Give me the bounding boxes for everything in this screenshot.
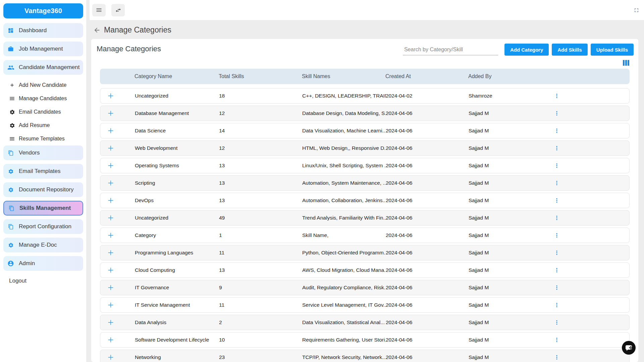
expand-cell	[100, 301, 135, 309]
expand-cell	[100, 127, 135, 134]
file-icon	[7, 224, 14, 230]
total-skills-cell: 11	[219, 250, 302, 256]
more-vert-icon[interactable]	[554, 197, 560, 203]
sidebar-item-add-resume[interactable]: Add Resume	[3, 119, 83, 132]
more-vert-icon[interactable]	[554, 93, 560, 99]
sidebar-item-candidate-management[interactable]: Candidate Management	[3, 60, 83, 75]
card-title: Manage Categories	[97, 45, 161, 53]
add-category-button[interactable]: Add Category	[504, 44, 549, 56]
sidebar-item-document-repository[interactable]: Document Repository	[3, 182, 83, 197]
added-by-cell: Sajjad M	[469, 128, 550, 134]
fullscreen-icon[interactable]	[633, 7, 640, 13]
created-at-cell: 2024-04-06	[386, 110, 469, 116]
sidebar-item-report-configuration[interactable]: Report Configuration	[3, 219, 83, 234]
sidebar-item-job-management[interactable]: Job Management	[3, 42, 83, 56]
sidebar-item-admin[interactable]: Admin	[3, 256, 83, 271]
more-vert-icon[interactable]	[554, 302, 560, 308]
search-input[interactable]	[403, 44, 498, 55]
actions-cell	[550, 145, 629, 151]
swap-horiz-icon[interactable]	[111, 4, 125, 16]
expand-plus-icon[interactable]	[107, 110, 114, 117]
more-vert-icon[interactable]	[554, 267, 560, 273]
sidebar-item-label: Resume Templates	[19, 136, 65, 142]
menu-icon[interactable]	[92, 4, 106, 16]
created-at-cell: 2024-04-06	[386, 337, 469, 343]
created-at-cell: 2024-04-06	[386, 180, 469, 186]
actions-cell	[550, 354, 629, 360]
columns-icon[interactable]	[623, 60, 629, 66]
created-at-cell: 2024-04-06	[386, 145, 469, 151]
expand-cell	[100, 284, 135, 291]
more-vert-icon[interactable]	[554, 337, 560, 343]
added-by-cell: Sajjad M	[469, 197, 550, 203]
more-vert-icon[interactable]	[554, 163, 560, 169]
created-at-cell: 2024-04-06	[386, 319, 469, 325]
actions-cell	[550, 250, 629, 256]
added-by-cell: Sajjad M	[469, 250, 550, 256]
sidebar-item-manage-e-doc[interactable]: Manage E-Doc	[3, 238, 83, 252]
add-skills-button[interactable]: Add Skills	[552, 44, 588, 56]
expand-plus-icon[interactable]	[107, 266, 114, 274]
gear-icon	[7, 169, 14, 174]
sidebar-item-resume-templates[interactable]: Resume Templates	[3, 132, 83, 145]
back-arrow-icon[interactable]	[93, 26, 101, 34]
expand-plus-icon[interactable]	[107, 127, 114, 134]
logout-link[interactable]: Logout	[9, 278, 86, 284]
expand-plus-icon[interactable]	[107, 214, 114, 222]
brand-logo[interactable]: Vantage360	[3, 3, 83, 18]
sidebar-item-email-candidates[interactable]: Email Candidates	[3, 105, 83, 119]
added-by-cell: Sajjad M	[469, 180, 550, 186]
actions-cell	[550, 163, 629, 169]
header-category-name: Category Name	[135, 73, 219, 79]
more-vert-icon[interactable]	[554, 180, 560, 186]
expand-plus-icon[interactable]	[107, 249, 114, 256]
expand-plus-icon[interactable]	[107, 354, 114, 361]
expand-plus-icon[interactable]	[107, 232, 114, 239]
expand-plus-icon[interactable]	[107, 144, 114, 152]
total-skills-cell: 14	[219, 128, 302, 134]
added-by-cell: Sajjad M	[469, 145, 550, 151]
expand-plus-icon[interactable]	[107, 301, 114, 309]
more-vert-icon[interactable]	[554, 110, 560, 116]
expand-plus-icon[interactable]	[107, 319, 114, 326]
expand-plus-icon[interactable]	[107, 336, 114, 344]
skill-names-cell: Automation, System Maintenance, ...	[302, 180, 386, 186]
created-at-cell: 2024-04-06	[386, 302, 469, 308]
added-by-cell: Sajjad M	[469, 163, 550, 169]
more-vert-icon[interactable]	[554, 232, 560, 238]
expand-plus-icon[interactable]	[107, 284, 114, 291]
expand-plus-icon[interactable]	[107, 179, 114, 187]
expand-plus-icon[interactable]	[107, 197, 114, 204]
sidebar-item-add-new-candidate[interactable]: Add New Candidate	[3, 78, 83, 92]
more-vert-icon[interactable]	[554, 354, 560, 360]
sidebar-item-dashboard[interactable]: Dashboard	[3, 23, 83, 38]
sidebar-item-email-templates[interactable]: Email Templates	[3, 164, 83, 179]
created-at-cell: 2024-04-06	[386, 215, 469, 221]
total-skills-cell: 12	[219, 110, 302, 116]
actions-cell	[550, 302, 629, 308]
upload-skills-button[interactable]: Upload Skills	[591, 44, 634, 56]
more-vert-icon[interactable]	[554, 128, 560, 134]
skill-names-cell: C++, DESIGN, LEADERSHIP, TRAINI...	[302, 93, 386, 99]
more-vert-icon[interactable]	[554, 319, 560, 325]
sidebar-item-vendors[interactable]: Vendors	[3, 145, 83, 160]
expand-plus-icon[interactable]	[107, 92, 114, 100]
more-vert-icon[interactable]	[554, 285, 560, 291]
sidebar-item-skills-management[interactable]: Skills Management	[3, 201, 83, 216]
expand-plus-icon[interactable]	[107, 162, 114, 169]
expand-cell	[100, 197, 135, 204]
chat-assistant-button[interactable]	[622, 341, 636, 355]
table-row: Cloud Computing13AWS, Cloud Migration, C…	[100, 262, 630, 278]
added-by-cell: Sajjad M	[469, 267, 550, 273]
category-name-cell: Uncategorized	[135, 215, 219, 221]
created-at-cell: 2024-04-06	[386, 197, 469, 203]
file-icon	[8, 205, 15, 212]
more-vert-icon[interactable]	[554, 215, 560, 221]
skill-names-cell: HTML, Web Design,, Responsive D...	[302, 145, 386, 151]
more-vert-icon[interactable]	[554, 145, 560, 151]
skill-names-cell: Skill Name,	[302, 232, 386, 238]
sidebar-item-manage-candidates[interactable]: Manage Candidates	[3, 92, 83, 105]
sidebar-item-label: Manage Candidates	[19, 96, 67, 102]
sidebar-nav: DashboardJob ManagementCandidate Managem…	[0, 23, 86, 271]
more-vert-icon[interactable]	[554, 250, 560, 256]
